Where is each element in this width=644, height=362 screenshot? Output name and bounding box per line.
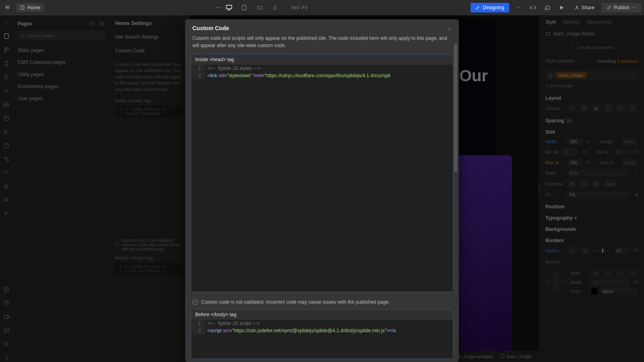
- body-code-block: Before </body> tag 1<!--- Splide JS scri…: [191, 309, 453, 359]
- preview-icon[interactable]: [557, 2, 567, 13]
- chevron-down-icon: [632, 6, 636, 10]
- collapse-icon[interactable]: ⌄: [448, 25, 452, 31]
- chevron-down-icon[interactable]: [513, 2, 524, 13]
- mode-label: Designing: [483, 5, 504, 10]
- tablet-icon[interactable]: [239, 2, 250, 13]
- publish-button[interactable]: Publish: [602, 3, 641, 12]
- svg-rect-1: [226, 5, 232, 9]
- canvas-width-label: 992 PX: [291, 5, 308, 10]
- modal-description: Custom code and scripts will only appear…: [185, 35, 459, 54]
- page-icon: [20, 5, 25, 10]
- share-label: Share: [582, 5, 594, 10]
- modal-title: Custom Code: [192, 25, 229, 31]
- svg-rect-2: [242, 5, 246, 10]
- publish-label: Publish: [614, 5, 630, 10]
- svg-rect-0: [21, 6, 24, 9]
- svg-point-5: [576, 6, 578, 8]
- modal-scrollbar[interactable]: [454, 43, 457, 358]
- head-code-label: Inside <head> tag: [191, 54, 453, 65]
- code-icon[interactable]: [528, 2, 538, 13]
- svg-rect-4: [274, 6, 276, 9]
- home-label: Home: [27, 5, 40, 10]
- rocket-icon: [607, 5, 611, 10]
- more-icon[interactable]: ⋯: [213, 2, 224, 13]
- custom-code-modal: Custom Code ⌄ Custom code and scripts wi…: [185, 19, 459, 362]
- body-code-label: Before </body> tag: [191, 309, 453, 320]
- validation-warning: i Custom code is not validated. Incorrec…: [185, 295, 459, 309]
- comment-icon[interactable]: [542, 2, 553, 13]
- body-code-editor[interactable]: 1<!--- Splide JS script ---> 2<script sr…: [191, 320, 453, 358]
- home-page-button[interactable]: Home: [16, 3, 44, 12]
- info-icon: i: [192, 299, 198, 305]
- desktop-icon[interactable]: [224, 2, 234, 13]
- mode-designing-button[interactable]: Designing: [471, 3, 509, 12]
- top-bar: Home ⋯ 992 PX Designing Share Publish: [0, 0, 644, 15]
- mobile-icon[interactable]: [270, 2, 280, 13]
- person-icon: [574, 5, 579, 10]
- head-code-block: Inside <head> tag 1<!--- Splide JS style…: [191, 54, 453, 292]
- head-code-editor[interactable]: 1<!--- Splide JS styles ---> 2<link rel=…: [191, 65, 453, 292]
- tablet-landscape-icon[interactable]: [254, 2, 265, 13]
- webflow-logo-icon[interactable]: [3, 3, 13, 12]
- pencil-icon: [475, 5, 480, 10]
- breakpoint-switcher: 992 PX: [224, 2, 308, 13]
- share-button[interactable]: Share: [571, 3, 598, 12]
- svg-rect-3: [258, 6, 262, 9]
